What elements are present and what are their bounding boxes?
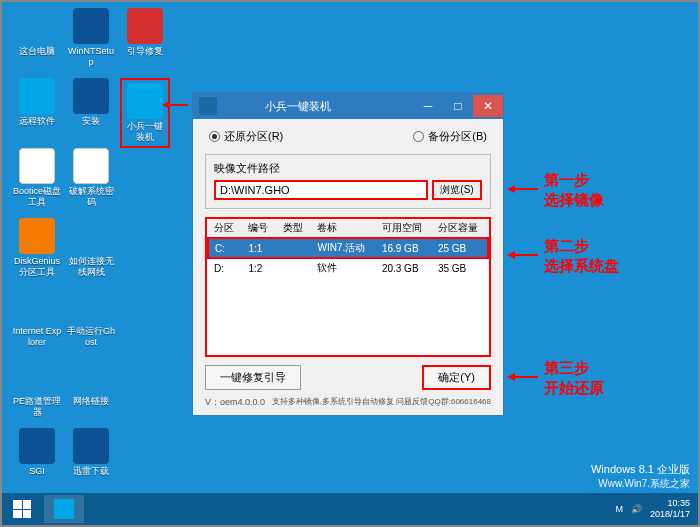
col-header[interactable]: 分区: [208, 219, 242, 238]
minimize-button[interactable]: ─: [413, 95, 443, 117]
os-watermark: Windows 8.1 企业版 Www.Win7.系统之家: [591, 462, 690, 491]
cell: WIN7.活动: [311, 238, 375, 258]
icon-label: 如何连接无线网线: [66, 256, 116, 278]
icon-label: 网络链接: [66, 396, 116, 407]
cell: 软件: [311, 258, 375, 277]
arrow-icon: [510, 254, 538, 256]
icon-label: 这台电脑: [12, 46, 62, 57]
start-button[interactable]: [2, 493, 42, 525]
desktop-icon-pc[interactable]: 这台电脑: [12, 8, 62, 57]
cell: 20.3 GB: [376, 258, 432, 277]
app-icon: [73, 288, 109, 324]
cell: D:: [208, 258, 242, 277]
desktop-icon-xb[interactable]: 小兵一键装机: [120, 78, 170, 148]
cell: 16.9 GB: [376, 238, 432, 258]
desktop-icon-install[interactable]: 安装: [66, 78, 116, 127]
volume-icon[interactable]: 🔊: [631, 504, 642, 514]
icon-label: 破解系统密码: [66, 186, 116, 208]
icon-label: 迅雷下载: [66, 466, 116, 477]
desktop-icon-wifi[interactable]: 如何连接无线网线: [66, 218, 116, 278]
icon-label: PE路道管理器: [12, 396, 62, 418]
desktop-icon-crackpwd[interactable]: 破解系统密码: [66, 148, 116, 208]
desktop-icon-netlink[interactable]: 网络链接: [66, 358, 116, 407]
browse-button[interactable]: 浏览(S): [432, 180, 482, 200]
cell: [277, 258, 311, 277]
system-tray[interactable]: M 🔊 10:352018/1/17: [615, 498, 698, 520]
app-icon: [73, 358, 109, 394]
icon-label: Internet Explorer: [12, 326, 62, 348]
cell: 1:2: [242, 258, 276, 277]
table-row[interactable]: C:1:1WIN7.活动16.9 GB25 GB: [208, 238, 488, 258]
app-icon: [73, 428, 109, 464]
app-icon: [19, 148, 55, 184]
app-icon: [19, 358, 55, 394]
col-header[interactable]: 分区容量: [432, 219, 488, 238]
taskbar[interactable]: M 🔊 10:352018/1/17: [2, 493, 698, 525]
app-icon: [73, 8, 109, 44]
callout-arrow: [164, 104, 188, 106]
ime-icon[interactable]: M: [615, 504, 623, 514]
desktop-icon-diskgen[interactable]: DiskGenius分区工具: [12, 218, 62, 278]
desktop-icon-pe[interactable]: PE路道管理器: [12, 358, 62, 418]
installer-window: 小兵一键装机 ─ □ ✕ 还原分区(R) 备份分区(B) 映像文件路径: [192, 92, 504, 416]
radio-backup-label: 备份分区(B): [428, 129, 487, 144]
cell: [277, 238, 311, 258]
image-path-label: 映像文件路径: [214, 161, 482, 176]
icon-label: WinNTSetup: [66, 46, 116, 68]
radio-backup[interactable]: 备份分区(B): [413, 129, 487, 144]
col-header[interactable]: 可用空间: [376, 219, 432, 238]
cell: C:: [208, 238, 242, 258]
arrow-icon: [510, 376, 538, 378]
icon-label: 远程软件: [12, 116, 62, 127]
app-icon: [127, 8, 163, 44]
app-icon: [199, 97, 217, 115]
version-label: V：oem4.0.0.0: [205, 396, 265, 409]
desktop-icon-ie[interactable]: Internet Explorer: [12, 288, 62, 348]
step-2-label: 第二步选择系统盘: [544, 236, 619, 276]
app-icon: [73, 148, 109, 184]
partition-table: 分区编号类型卷标可用空间分区容量 C:1:1WIN7.活动16.9 GB25 G…: [205, 217, 491, 357]
step-1-label: 第一步选择镜像: [544, 170, 604, 210]
app-icon: [19, 78, 55, 114]
icon-label: 手动运行Ghost: [66, 326, 116, 348]
clock[interactable]: 10:352018/1/17: [650, 498, 690, 520]
icon-label: 引导修复: [120, 46, 170, 57]
radio-restore[interactable]: 还原分区(R): [209, 129, 283, 144]
radio-dot-icon: [413, 131, 424, 142]
cell: 25 GB: [432, 238, 488, 258]
image-path-group: 映像文件路径 浏览(S): [205, 154, 491, 209]
titlebar[interactable]: 小兵一键装机 ─ □ ✕: [193, 93, 503, 119]
col-header[interactable]: 卷标: [311, 219, 375, 238]
step-3-label: 第三步开始还原: [544, 358, 604, 398]
desktop-icon-ghost[interactable]: 手动运行Ghost: [66, 288, 116, 348]
taskbar-app[interactable]: [44, 495, 84, 523]
arrow-icon: [510, 188, 538, 190]
desktop-icon-remote[interactable]: 远程软件: [12, 78, 62, 127]
maximize-button[interactable]: □: [443, 95, 473, 117]
app-icon: [73, 78, 109, 114]
icon-label: Bootice磁盘工具: [12, 186, 62, 208]
close-button[interactable]: ✕: [473, 95, 503, 117]
radio-restore-label: 还原分区(R): [224, 129, 283, 144]
desktop-icon-winnt[interactable]: WinNTSetup: [66, 8, 116, 68]
radio-dot-icon: [209, 131, 220, 142]
windows-logo-icon: [13, 500, 31, 518]
icon-label: 小兵一键装机: [123, 121, 167, 143]
table-row[interactable]: D:1:2软件20.3 GB35 GB: [208, 258, 488, 277]
image-path-input[interactable]: [214, 180, 428, 200]
desktop-icon-bootrepair[interactable]: 引导修复: [120, 8, 170, 57]
icon-label: DiskGenius分区工具: [12, 256, 62, 278]
repair-boot-button[interactable]: 一键修复引导: [205, 365, 301, 390]
desktop-icon-xunlei[interactable]: 迅雷下载: [66, 428, 116, 477]
app-icon: [73, 218, 109, 254]
cell: 35 GB: [432, 258, 488, 277]
icon-label: SGI: [12, 466, 62, 477]
app-icon: [19, 428, 55, 464]
desktop-icon-sgi[interactable]: SGI: [12, 428, 62, 477]
ok-button[interactable]: 确定(Y): [422, 365, 491, 390]
col-header[interactable]: 编号: [242, 219, 276, 238]
footer-note: 支持多种镜像,多系统引导自动修复 问题反馈QQ群:606616468: [272, 396, 491, 409]
col-header[interactable]: 类型: [277, 219, 311, 238]
desktop-icon-bootice[interactable]: Bootice磁盘工具: [12, 148, 62, 208]
app-icon: [19, 288, 55, 324]
